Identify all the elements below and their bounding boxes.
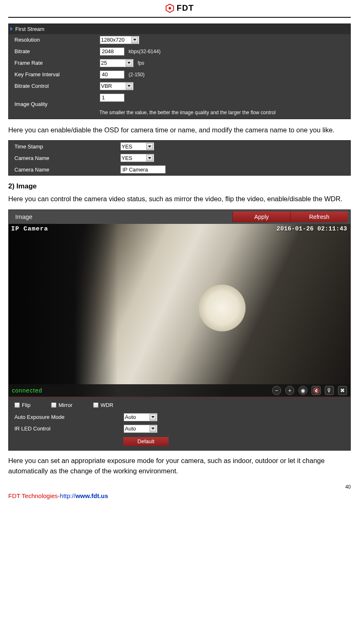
apply-button[interactable]: Apply	[232, 212, 290, 222]
resolution-value: 1280x720	[101, 37, 124, 43]
checkbox-icon	[93, 402, 99, 408]
flip-label: Flip	[22, 402, 31, 408]
image-block-title: Image	[15, 213, 33, 220]
refresh-button[interactable]: Refresh	[290, 212, 348, 222]
video-control-bar: connected − + ◉ 🔇 🎙 ✖	[9, 384, 350, 397]
exposure-description: Here you can set an appropriate exposure…	[8, 456, 351, 477]
section-image-title: 2) Image	[8, 182, 351, 190]
ir-led-value: Auto	[125, 425, 136, 432]
footer-domain: www.fdt.us	[75, 492, 108, 499]
stream-section-title: First Stream	[15, 26, 45, 32]
keyframe-input[interactable]: 40	[100, 71, 124, 79]
timestamp-value: YES	[122, 143, 132, 150]
svg-point-1	[169, 7, 171, 9]
framerate-select[interactable]: 25	[100, 59, 134, 67]
keyframe-hint: (2-150)	[129, 72, 145, 78]
footer: FDT Technologies-http://www.fdt.us	[8, 492, 351, 499]
brand-logo: FDT	[165, 3, 194, 13]
zoom-out-icon[interactable]: −	[272, 386, 281, 395]
flip-checkbox[interactable]: Flip	[14, 402, 31, 408]
camera-name-value: IP Camera	[122, 167, 148, 173]
video-osd-time: 2016-01-26 02:11:43	[277, 226, 347, 233]
bitrate-control-select[interactable]: VBR	[100, 82, 134, 90]
video-osd-name: IP Camera	[11, 226, 48, 233]
chevron-down-icon	[150, 414, 156, 421]
mirror-checkbox[interactable]: Mirror	[51, 402, 73, 408]
image-quality-value: 1	[102, 94, 105, 101]
framerate-label: Frame Rate	[11, 60, 96, 66]
image-quality-hint: The smaller the value, the better the im…	[9, 109, 350, 119]
ir-led-select[interactable]: Auto	[124, 425, 157, 433]
ir-led-label: IR LED Control	[14, 425, 120, 432]
expand-icon	[10, 27, 13, 31]
bitrate-value: 2048	[102, 48, 114, 54]
stream-settings-panel: First Stream Resolution 1280x720 Bitrate…	[8, 24, 351, 119]
chevron-down-icon	[146, 143, 153, 150]
timestamp-label: Time Stamp	[11, 143, 116, 150]
chevron-down-icon	[126, 60, 132, 66]
checkbox-icon	[14, 402, 20, 408]
stream-section-header[interactable]: First Stream	[9, 24, 350, 34]
camera-name-label: Camera Name	[11, 167, 116, 173]
exposure-mode-label: Auto Exposure Mode	[14, 414, 120, 420]
tools-icon[interactable]: ✖	[338, 386, 347, 395]
framerate-value: 25	[101, 60, 107, 66]
record-icon[interactable]: ◉	[298, 386, 307, 395]
zoom-in-icon[interactable]: +	[285, 386, 294, 395]
mute-icon[interactable]: 🔇	[312, 386, 321, 395]
chevron-down-icon	[150, 425, 156, 432]
wdr-checkbox[interactable]: WDR	[93, 402, 113, 408]
bitrate-control-value: VBR	[101, 83, 112, 89]
image-quality-label: Image Quality	[11, 94, 96, 107]
image-quality-input[interactable]: 1	[100, 94, 124, 102]
exposure-mode-value: Auto	[125, 414, 136, 420]
osd-description: Here you can enable/diable the OSD for c…	[8, 125, 351, 136]
bitrate-input[interactable]: 2048	[100, 47, 124, 56]
footer-proto: http://	[60, 492, 75, 499]
bitrate-hint: kbps(32-6144)	[129, 49, 160, 54]
camera-name-input[interactable]: IP Camera	[120, 165, 166, 174]
checkbox-icon	[51, 402, 56, 408]
footer-company: FDT Technologies-	[8, 492, 60, 499]
image-options: Flip Mirror WDR Auto Exposure Mode Auto …	[9, 397, 350, 450]
image-description: Here you can control the camera video st…	[8, 194, 351, 204]
page-header: FDT	[8, 0, 351, 18]
mic-off-icon[interactable]: 🎙	[325, 386, 334, 395]
camera-name-enable-value: YES	[122, 155, 132, 161]
brand-text: FDT	[177, 3, 194, 13]
image-block-header: Image Apply Refresh	[9, 210, 350, 224]
video-preview: IP Camera 2016-01-26 02:11:43 connected …	[9, 224, 350, 397]
framerate-unit: fps	[138, 60, 144, 66]
bitrate-control-label: Bitrate Control	[11, 83, 96, 89]
keyframe-value: 40	[102, 71, 108, 78]
resolution-select[interactable]: 1280x720	[100, 36, 139, 44]
chevron-down-icon	[131, 37, 138, 43]
image-settings-block: Image Apply Refresh IP Camera 2016-01-26…	[8, 209, 351, 451]
default-button[interactable]: Default	[123, 437, 169, 446]
camera-name-enable-select[interactable]: YES	[120, 154, 154, 162]
chevron-down-icon	[126, 83, 132, 89]
camera-name-enable-label: Camera Name	[11, 155, 116, 161]
chevron-down-icon	[146, 155, 153, 161]
connection-status: connected	[12, 387, 268, 394]
exposure-mode-select[interactable]: Auto	[124, 413, 157, 421]
resolution-label: Resolution	[11, 37, 96, 43]
osd-settings-panel: Time Stamp YES Camera Name YES Camera Na…	[8, 140, 351, 176]
keyframe-label: Key Frame Interval	[11, 71, 96, 78]
mirror-label: Mirror	[59, 402, 73, 408]
timestamp-select[interactable]: YES	[120, 142, 154, 150]
video-frame	[9, 224, 350, 397]
bitrate-label: Bitrate	[11, 48, 96, 54]
brand-icon	[165, 4, 174, 13]
wdr-label: WDR	[101, 402, 113, 408]
page-number: 40	[8, 484, 351, 490]
